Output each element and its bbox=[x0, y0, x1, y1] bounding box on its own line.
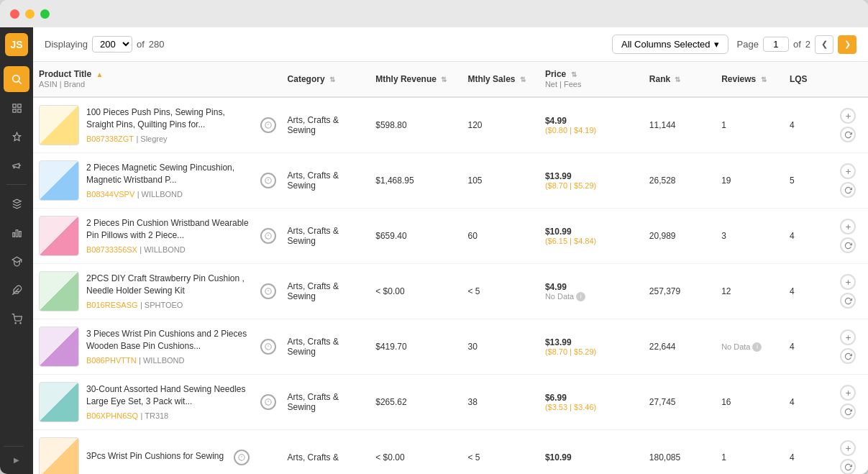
col-header-reviews[interactable]: Reviews ⇅ bbox=[716, 62, 784, 97]
table-row: 2 Pieces Magnetic Sewing Pincushion, Mag… bbox=[33, 153, 868, 209]
page-prev-btn[interactable]: ❮ bbox=[815, 35, 833, 54]
product-title: 2 Pieces Magnetic Sewing Pincushion, Mag… bbox=[86, 162, 250, 186]
action-buttons bbox=[833, 440, 862, 474]
col-header-price[interactable]: Price ⇅ Net | Fees bbox=[539, 62, 644, 97]
sidebar-item-puzzle[interactable] bbox=[4, 277, 29, 303]
product-asin[interactable]: B086PHVTTN bbox=[86, 356, 137, 365]
product-asin[interactable]: B016RESASG bbox=[86, 301, 138, 309]
table-row: 2PCS DIY Craft Strawberry Pin Cushion , … bbox=[33, 264, 868, 319]
product-cell-4: 2PCS DIY Craft Strawberry Pin Cushion , … bbox=[33, 264, 282, 319]
reviews-cell: 19 bbox=[716, 153, 784, 209]
refresh-btn[interactable] bbox=[840, 459, 856, 474]
add-to-list-btn[interactable] bbox=[840, 440, 856, 456]
maximize-button[interactable] bbox=[40, 9, 50, 19]
add-to-list-btn[interactable] bbox=[840, 163, 856, 179]
pin-download-btn[interactable] bbox=[260, 173, 276, 188]
reviews-nodata: No Data i bbox=[721, 342, 778, 352]
refresh-btn[interactable] bbox=[840, 348, 856, 364]
product-brand: | SPHTOEO bbox=[140, 301, 183, 309]
refresh-btn[interactable] bbox=[840, 293, 856, 309]
rank-cell: 27,745 bbox=[644, 375, 716, 430]
actions-cell bbox=[828, 430, 868, 475]
sidebar-logo: JS bbox=[5, 33, 28, 56]
add-to-list-btn[interactable] bbox=[840, 385, 856, 401]
actions-cell bbox=[828, 264, 868, 319]
refresh-btn[interactable] bbox=[840, 127, 856, 142]
price-cell: $4.99 ($0.80 | $4.19) bbox=[539, 97, 644, 153]
svg-point-14 bbox=[19, 322, 20, 323]
price-value: $13.99 bbox=[545, 337, 638, 347]
category-cell: Arts, Crafts & Sewing bbox=[282, 153, 370, 209]
action-buttons bbox=[833, 163, 862, 198]
product-asin[interactable]: B06XPHN6SQ bbox=[86, 411, 138, 420]
fees-value: ($6.15 | $4.84) bbox=[545, 237, 638, 245]
display-count-select[interactable]: 200 50 100 bbox=[92, 36, 132, 53]
pin-download-btn[interactable] bbox=[260, 228, 276, 244]
sort-asc-icon: ▲ bbox=[96, 70, 103, 78]
revenue-cell: $265.62 bbox=[370, 375, 462, 430]
sales-cell: < 5 bbox=[462, 264, 539, 319]
fees-nodata: No Data i bbox=[545, 292, 638, 301]
actions-cell bbox=[828, 319, 868, 375]
pin-download-btn[interactable] bbox=[260, 117, 276, 133]
col-header-category[interactable]: Category ⇅ bbox=[282, 62, 370, 97]
add-to-list-btn[interactable] bbox=[840, 274, 856, 290]
page-nav: Page of 2 ❮ ❯ bbox=[737, 35, 856, 54]
product-thumbnail bbox=[39, 437, 79, 474]
add-to-list-btn[interactable] bbox=[840, 108, 856, 124]
refresh-btn[interactable] bbox=[840, 237, 856, 253]
pin-download-btn[interactable] bbox=[234, 450, 250, 465]
col-header-rank[interactable]: Rank ⇅ bbox=[644, 62, 716, 97]
sidebar-item-graduation[interactable] bbox=[4, 248, 29, 274]
titlebar bbox=[0, 0, 868, 27]
col-header-product[interactable]: Product Title ▲ ASIN | Brand bbox=[33, 62, 282, 97]
minimize-button[interactable] bbox=[25, 9, 35, 19]
sidebar-item-cart[interactable] bbox=[4, 306, 29, 332]
category-cell: Arts, Crafts & Sewing bbox=[282, 209, 370, 264]
reviews-cell: 16 bbox=[716, 375, 784, 430]
sidebar-item-grid[interactable] bbox=[4, 95, 29, 121]
product-asin[interactable]: B087338ZGT bbox=[86, 135, 134, 143]
sidebar-item-megaphone[interactable] bbox=[4, 152, 29, 178]
sales-cell: 60 bbox=[462, 209, 539, 264]
pin-download-btn[interactable] bbox=[260, 283, 276, 299]
col-header-revenue[interactable]: Mthly Revenue ⇅ bbox=[370, 62, 462, 97]
price-value: $6.99 bbox=[545, 393, 638, 403]
lqs-cell: 4 bbox=[784, 375, 828, 430]
lqs-cell: 4 bbox=[784, 264, 828, 319]
action-buttons bbox=[833, 385, 862, 419]
table-container[interactable]: Product Title ▲ ASIN | Brand Category ⇅ … bbox=[33, 62, 868, 474]
product-asin[interactable]: B08344VSPV bbox=[86, 190, 134, 199]
close-button[interactable] bbox=[10, 9, 19, 19]
revenue-cell: $598.80 bbox=[370, 97, 462, 153]
sidebar-item-chart[interactable] bbox=[4, 219, 29, 245]
pin-download-btn[interactable] bbox=[260, 394, 276, 410]
sidebar-item-search[interactable] bbox=[4, 66, 29, 92]
page-next-btn[interactable]: ❯ bbox=[838, 35, 856, 54]
refresh-btn[interactable] bbox=[840, 404, 856, 419]
col-header-sales[interactable]: Mthly Sales ⇅ bbox=[462, 62, 539, 97]
pin-download-btn[interactable] bbox=[260, 339, 276, 355]
product-info: 2 Pieces Pin Cushion Wristband Wearable … bbox=[86, 217, 250, 255]
product-thumbnail bbox=[39, 160, 79, 201]
page-input[interactable] bbox=[763, 37, 789, 52]
product-asin[interactable]: B08733356SX bbox=[86, 245, 137, 254]
table-row: 2 Pieces Pin Cushion Wristband Wearable … bbox=[33, 209, 868, 264]
sidebar-item-pin[interactable] bbox=[4, 124, 29, 150]
product-info: 3Pcs Wrist Pin Cushions for Sewing bbox=[86, 450, 224, 465]
columns-select-btn[interactable]: All Columns Selected ▾ bbox=[612, 35, 728, 54]
product-info: 3 Pieces Wrist Pin Cushions and 2 Pieces… bbox=[86, 328, 250, 365]
refresh-btn[interactable] bbox=[840, 182, 856, 198]
add-to-list-btn[interactable] bbox=[840, 219, 856, 234]
product-cell-3: 2 Pieces Pin Cushion Wristband Wearable … bbox=[33, 209, 282, 264]
add-to-list-btn[interactable] bbox=[840, 329, 856, 345]
sort-icon: ⇅ bbox=[761, 76, 767, 83]
product-thumbnail bbox=[39, 382, 79, 422]
product-title: 3Pcs Wrist Pin Cushions for Sewing bbox=[86, 450, 224, 462]
col-price-label: Price bbox=[545, 69, 566, 79]
sidebar-expand-btn[interactable]: ▶ bbox=[4, 451, 29, 468]
sales-cell: 30 bbox=[462, 319, 539, 375]
sidebar-item-layers[interactable] bbox=[4, 191, 29, 217]
revenue-cell: < $0.00 bbox=[370, 264, 462, 319]
product-title: 2PCS DIY Craft Strawberry Pin Cushion , … bbox=[86, 273, 250, 297]
